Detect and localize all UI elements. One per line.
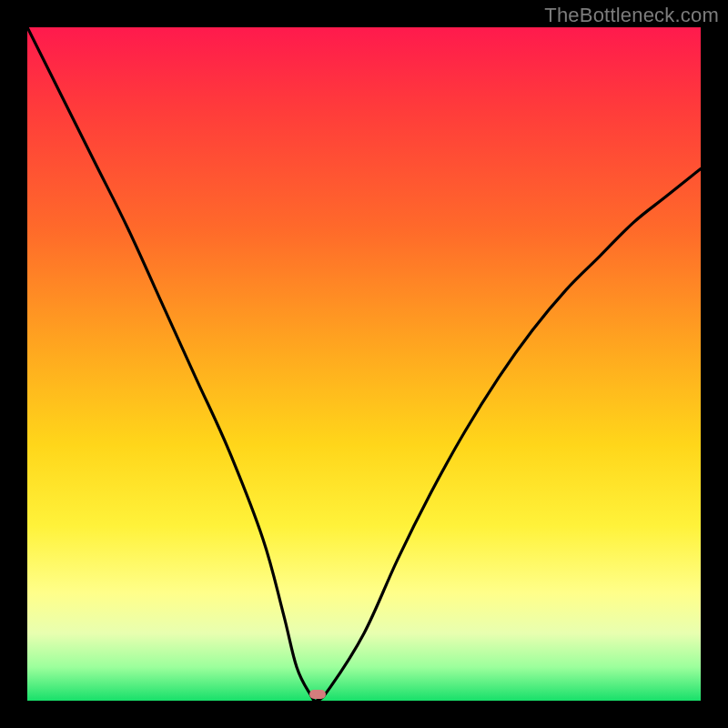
bottleneck-curve — [27, 27, 701, 701]
watermark-text: TheBottleneck.com — [544, 4, 719, 27]
chart-frame: TheBottleneck.com — [0, 0, 728, 728]
plot-area — [27, 27, 701, 701]
optimum-marker — [309, 690, 326, 699]
bottom-border — [27, 701, 701, 728]
